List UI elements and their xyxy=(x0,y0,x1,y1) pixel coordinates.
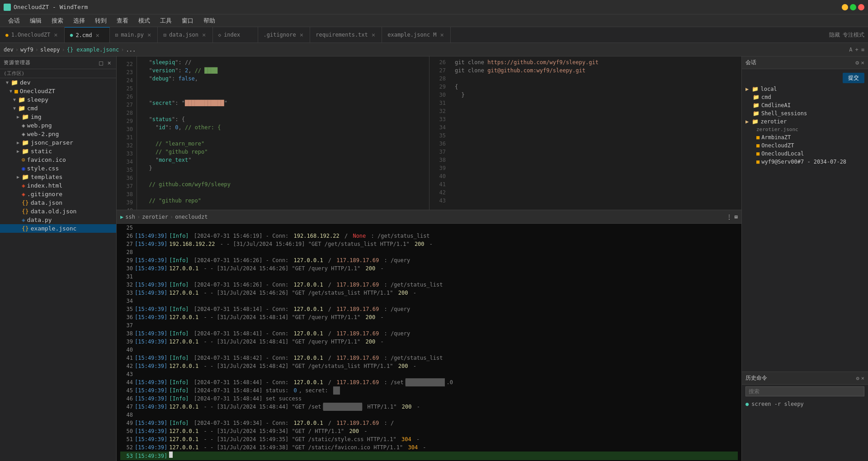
tree-item-webpng[interactable]: ◈ web.png xyxy=(0,121,116,130)
tree-item-favicon[interactable]: ⊙ favicon.ico xyxy=(0,155,116,164)
history-close-icon[interactable]: × xyxy=(861,375,864,381)
explorer-new-file-btn[interactable]: □ xyxy=(98,59,104,67)
editor-collapse-btn[interactable]: A xyxy=(849,47,852,53)
tree-item-img[interactable]: ▶ 📁 img xyxy=(0,113,116,121)
editor-more-btn[interactable]: ≡ xyxy=(861,47,864,53)
close-button[interactable] xyxy=(858,4,864,10)
submit-button[interactable]: 提交 xyxy=(843,73,864,83)
menu-search[interactable]: 搜索 xyxy=(47,15,68,27)
log-line-30: 30 [15:49:39] 127.0.0.1 - - [31/Jul/2024… xyxy=(120,264,738,273)
tree-arrow-jsonc-parser: ▶ xyxy=(14,140,22,145)
history-search-input[interactable] xyxy=(745,386,864,396)
menu-tools[interactable]: 工具 xyxy=(156,15,176,27)
log-line-52: 52 [15:49:39] 127.0.0.1 - - [31/Jul/2024… xyxy=(120,443,738,452)
folder-icon-zerotier: ▶ 📁 xyxy=(745,118,759,125)
tab-cmd[interactable]: ● 2.cmd × xyxy=(65,27,110,42)
tab-close-requirements[interactable]: × xyxy=(371,31,376,38)
tree-item-jsonc-parser[interactable]: ▶ 📁 jsonc_parser xyxy=(0,138,116,147)
tree-item-stylecss[interactable]: ◉ style.css xyxy=(0,164,116,173)
code-line-30: "id": 0, // other: { xyxy=(142,123,429,132)
code-content[interactable]: "sleepiq": // "version": 2, // ████ "deb… xyxy=(137,56,429,210)
menu-select[interactable]: 选择 xyxy=(69,15,90,27)
menu-edit[interactable]: 编辑 xyxy=(25,15,46,27)
term-zerotier: zerotier xyxy=(142,214,168,220)
tree-item-sleepy[interactable]: ▼ 📁 sleepy xyxy=(0,95,116,104)
remote-file-onecloudzt[interactable]: ■ OnecloudZT xyxy=(742,141,868,150)
folder-icon-dev: 📁 xyxy=(11,79,18,86)
explorer-icons: □ × xyxy=(98,59,113,67)
history-item-1[interactable]: ● screen -r sleepy xyxy=(745,400,864,408)
tab-data-json[interactable]: ⊡ data.json × xyxy=(158,27,212,42)
term-expand-btn[interactable]: ⊞ xyxy=(735,214,738,220)
explorer-tree: ▼ 📁 dev ▼ ■ OnecloudZT ▼ 📁 sleepy ▼ xyxy=(0,78,116,461)
term-breadcrumb: ▶ ssh › zerotier › onecloudzt xyxy=(120,214,208,220)
tab-requirements[interactable]: requirements.txt × xyxy=(310,27,382,42)
right-header-close-icon[interactable]: × xyxy=(861,59,864,66)
code-line-25 xyxy=(142,83,429,91)
remote-label-onecloudlocal: OnecloudLocal xyxy=(761,151,804,157)
tab-close-example-jsonc[interactable]: × xyxy=(439,31,445,38)
tab-expert-btn[interactable]: 专注模式 xyxy=(843,31,864,39)
tree-item-indexhtml[interactable]: ◈ index.html xyxy=(0,181,116,190)
remote-file-wyf9serv[interactable]: ■ wyf9@Serv00#7 - 2034-07-28 xyxy=(742,158,868,166)
menu-goto[interactable]: 转到 xyxy=(90,15,111,27)
tab-mode-btn[interactable]: 隐藏 xyxy=(829,31,840,39)
menu-mode[interactable]: 模式 xyxy=(134,15,155,27)
tree-item-datajson[interactable]: {} data.json xyxy=(0,198,116,207)
maximize-button[interactable] xyxy=(850,4,856,10)
folder-icon-onecloudzt: ■ xyxy=(14,88,18,94)
tree-item-gitignore[interactable]: ◈ .gitignore xyxy=(0,190,116,198)
code-line-28 xyxy=(142,107,429,115)
tab-index[interactable]: ◇ index xyxy=(213,27,258,42)
menu-view[interactable]: 查看 xyxy=(112,15,133,27)
remote-file-cmdlineai[interactable]: 📁 CmdlineAI xyxy=(742,101,868,109)
explorer-close-btn[interactable]: × xyxy=(106,59,113,67)
remote-file-armbianzt[interactable]: ■ ArmbinaZT xyxy=(742,133,868,141)
file-icon-examplejsonc: {} xyxy=(22,225,29,232)
tree-item-static[interactable]: ▶ 📁 static xyxy=(0,147,116,155)
tree-item-dataoldjson[interactable]: {} data.old.json xyxy=(0,207,116,216)
tab-example-jsonc[interactable]: example.jsonc M × xyxy=(382,27,451,42)
remote-file-cmd[interactable]: 📁 cmd xyxy=(742,93,868,101)
tree-item-templates[interactable]: ▶ 📁 templates xyxy=(0,173,116,181)
tree-item-dev[interactable]: ▼ 📁 dev xyxy=(0,78,116,87)
right-header-settings-icon[interactable]: ⚙ xyxy=(855,59,859,66)
terminal-area: ▶ ssh › zerotier › onecloudzt ⋮ ⊞ 22 xyxy=(117,210,741,461)
editor-expand-btn[interactable]: + xyxy=(855,47,859,53)
tab-close-session[interactable]: × xyxy=(53,31,58,38)
tree-item-examplejsonc[interactable]: {} example.jsonc xyxy=(0,224,116,233)
term-more-btn[interactable]: ⋮ xyxy=(726,214,732,220)
tab-label-session: 1.OnecloudZT xyxy=(11,32,51,38)
term-ssh: ssh xyxy=(125,214,135,220)
right-code-26: git clone https://github.com/wyf9/sleepy… xyxy=(455,58,741,66)
menu-help[interactable]: 帮助 xyxy=(199,15,220,27)
tree-arrow-static: ▶ xyxy=(14,149,22,154)
tab-session[interactable]: ● 1.OnecloudZT × xyxy=(0,27,65,42)
tab-close-cmd[interactable]: × xyxy=(95,32,100,39)
title-bar-controls[interactable] xyxy=(842,4,864,10)
remote-folder-zerotier[interactable]: ▶ 📁 zerotier xyxy=(742,118,868,126)
remote-folder-local[interactable]: ▶ 📁 local xyxy=(742,85,868,93)
terminal-log[interactable]: 22 sleeping? 23 [15:49:39] [Info] [2024-… xyxy=(117,224,741,461)
tree-item-web2png[interactable]: ◈ web-2.png xyxy=(0,130,116,138)
tree-item-datapy[interactable]: ◈ data.py xyxy=(0,216,116,224)
right-code-content[interactable]: git clone https://github.com/wyf9/sleepy… xyxy=(449,56,741,210)
tab-gitignore[interactable]: .gitignore × xyxy=(258,27,311,42)
tab-main-py[interactable]: ⊡ main.py × xyxy=(110,27,158,42)
tree-item-cmd[interactable]: ▼ 📁 cmd xyxy=(0,104,116,113)
menu-window[interactable]: 窗口 xyxy=(177,15,198,27)
log-line-27: 27 [15:49:39] 192.168.192.22 - - [31/Jul… xyxy=(120,240,738,248)
tab-label-data-json: data.json xyxy=(169,32,198,38)
menu-session[interactable]: 会话 xyxy=(4,15,24,27)
log-line-35: 35 [15:49:39] [Info] [2024-07-31 15:48:1… xyxy=(120,305,738,313)
minimize-button[interactable] xyxy=(842,4,848,10)
tab-close-data-json[interactable]: × xyxy=(201,31,207,38)
tree-label-onecloudzt: OnecloudZT xyxy=(20,88,55,94)
code-line-22: "sleepiq": // xyxy=(142,58,429,66)
tab-close-gitignore[interactable]: × xyxy=(299,31,304,38)
history-settings-icon[interactable]: ⚙ xyxy=(856,375,859,381)
tab-close-main-py[interactable]: × xyxy=(146,31,152,38)
tree-item-onecloudzt[interactable]: ▼ ■ OnecloudZT xyxy=(0,87,116,95)
remote-file-onecloudlocal[interactable]: ■ OnecloudLocal xyxy=(742,150,868,158)
remote-file-shell-sessions[interactable]: 📁 Shell_sessions xyxy=(742,109,868,118)
